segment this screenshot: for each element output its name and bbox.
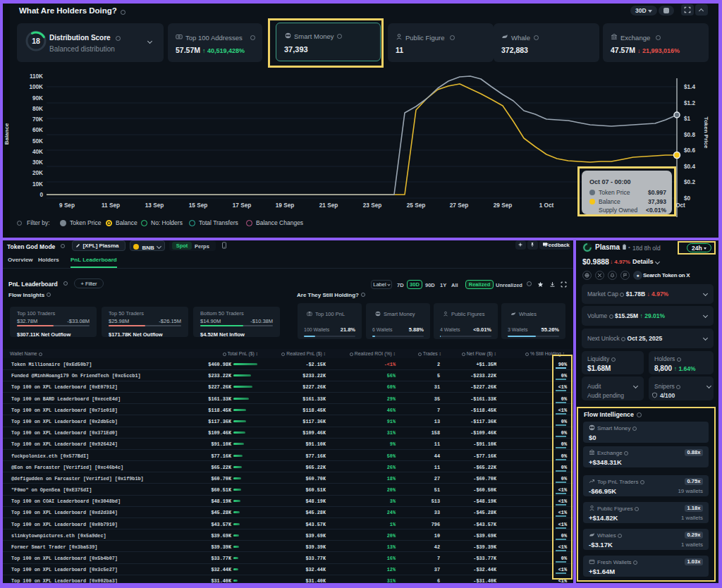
svg-text:10K: 10K [32,181,43,188]
svg-text:110K: 110K [30,73,43,80]
svg-text:Token Price: Token Price [703,117,709,149]
svg-text:90K: 90K [32,95,43,102]
svg-text:60K: 60K [32,127,43,133]
svg-text:50K: 50K [32,138,43,145]
svg-text:$1: $1 [684,116,691,122]
svg-text:$0: $0 [684,195,691,202]
svg-text:70K: 70K [32,116,43,123]
svg-text:$0.6: $0.6 [684,147,695,154]
svg-text:40K: 40K [32,149,43,155]
svg-text:20K: 20K [32,170,43,176]
svg-text:$0.4: $0.4 [684,164,695,170]
svg-text:$1.4: $1.4 [684,84,695,90]
svg-text:100K: 100K [29,84,43,90]
svg-text:80K: 80K [32,106,43,112]
svg-text:$1.2: $1.2 [684,100,695,106]
svg-text:18: 18 [32,37,40,45]
svg-text:$0.8: $0.8 [684,132,695,138]
svg-text:Balance: Balance [4,123,10,145]
svg-text:$0.2: $0.2 [684,179,695,185]
svg-text:30K: 30K [32,159,43,166]
